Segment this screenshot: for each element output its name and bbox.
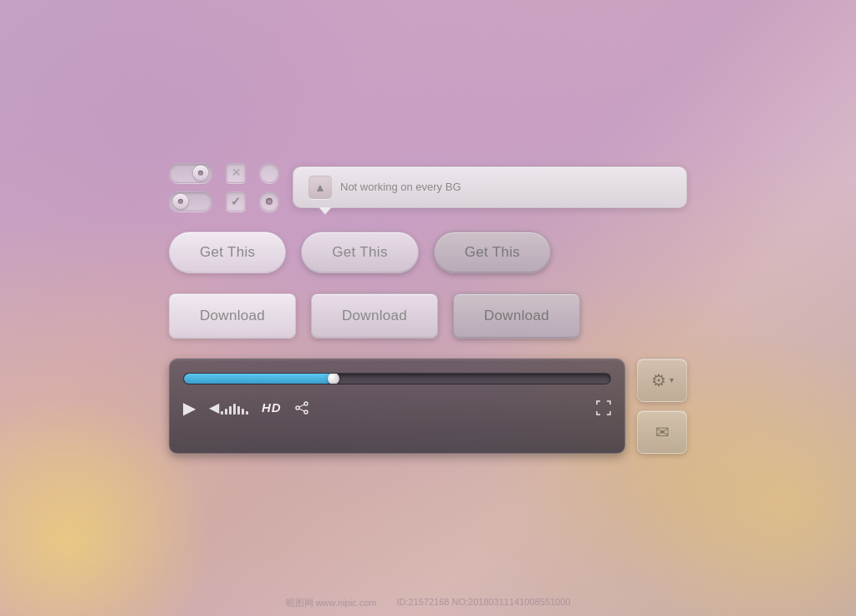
vol-bar-1 xyxy=(221,411,223,415)
volume-control[interactable]: ◀ xyxy=(209,400,248,415)
gear-dropdown-button[interactable]: ⚙ ▾ xyxy=(637,359,687,402)
toggle-on-thumb xyxy=(193,165,208,181)
download-button-2[interactable]: Download xyxy=(311,293,438,339)
get-this-button-2[interactable]: Get This xyxy=(301,232,418,273)
vol-bar-5 xyxy=(237,406,240,415)
share-button[interactable] xyxy=(295,401,308,415)
seekbar-wrap xyxy=(170,359,624,391)
play-button[interactable]: ▶ xyxy=(183,398,196,418)
player-side-buttons: ⚙ ▾ ✉ xyxy=(637,359,687,454)
mail-icon: ✉ xyxy=(655,422,670,442)
content-area: ▲ Not working on every BG Get This Get T… xyxy=(0,0,856,616)
toggle-on[interactable] xyxy=(169,163,212,183)
player-controls: ▶ ◀ HD xyxy=(170,391,624,430)
svg-point-1 xyxy=(296,406,299,410)
watermark-right: ID:21572168 NO:20180311141008551000 xyxy=(396,597,570,609)
volume-icon: ◀ xyxy=(209,400,219,415)
warning-symbol: ▲ xyxy=(314,181,326,194)
svg-line-4 xyxy=(299,409,304,411)
row-download: Download Download Download xyxy=(169,293,687,339)
fullscreen-icon xyxy=(596,400,611,415)
svg-point-2 xyxy=(304,410,308,414)
svg-point-0 xyxy=(304,402,308,405)
player-main: ▶ ◀ HD xyxy=(169,359,625,454)
get-this-button-3[interactable]: Get This xyxy=(434,232,551,273)
volume-bars xyxy=(221,401,248,415)
row-get-this: Get This Get This Get This xyxy=(169,232,687,273)
watermark-left: 昵图网 www.nipic.com xyxy=(286,597,377,609)
seekbar-track[interactable] xyxy=(183,373,611,384)
vol-bar-4 xyxy=(233,404,236,415)
seekbar-fill xyxy=(184,374,334,384)
radio-selected[interactable] xyxy=(259,191,279,211)
toggle-off[interactable] xyxy=(169,191,212,211)
ui-panel: ▲ Not working on every BG Get This Get T… xyxy=(169,163,687,454)
controls-grid xyxy=(169,163,279,211)
vol-bar-7 xyxy=(246,411,248,415)
vol-bar-6 xyxy=(242,409,244,415)
mail-button[interactable]: ✉ xyxy=(637,410,687,454)
tooltip-text: Not working on every BG xyxy=(340,181,461,193)
row-player: ▶ ◀ HD xyxy=(169,359,687,454)
dropdown-arrow-icon: ▾ xyxy=(670,375,674,384)
checkbox-x[interactable] xyxy=(226,163,246,183)
hd-button[interactable]: HD xyxy=(262,400,282,415)
watermark: 昵图网 www.nipic.com ID:21572168 NO:2018031… xyxy=(286,597,571,609)
toggle-off-thumb xyxy=(173,194,188,209)
share-icon xyxy=(295,401,308,415)
checkbox-checked[interactable] xyxy=(226,191,246,211)
gear-icon: ⚙ xyxy=(651,370,666,390)
row-controls: ▲ Not working on every BG xyxy=(169,163,687,211)
tooltip-bubble: ▲ Not working on every BG xyxy=(293,166,687,208)
fullscreen-button[interactable] xyxy=(596,400,611,415)
svg-line-3 xyxy=(299,405,304,407)
vol-bar-2 xyxy=(225,409,227,415)
seekbar-thumb[interactable] xyxy=(328,373,339,384)
warning-icon: ▲ xyxy=(308,176,332,199)
radio-unselected[interactable] xyxy=(259,163,279,183)
vol-bar-3 xyxy=(229,406,232,415)
download-button-3[interactable]: Download xyxy=(453,293,580,339)
get-this-button-1[interactable]: Get This xyxy=(169,232,286,273)
download-button-1[interactable]: Download xyxy=(169,293,296,339)
